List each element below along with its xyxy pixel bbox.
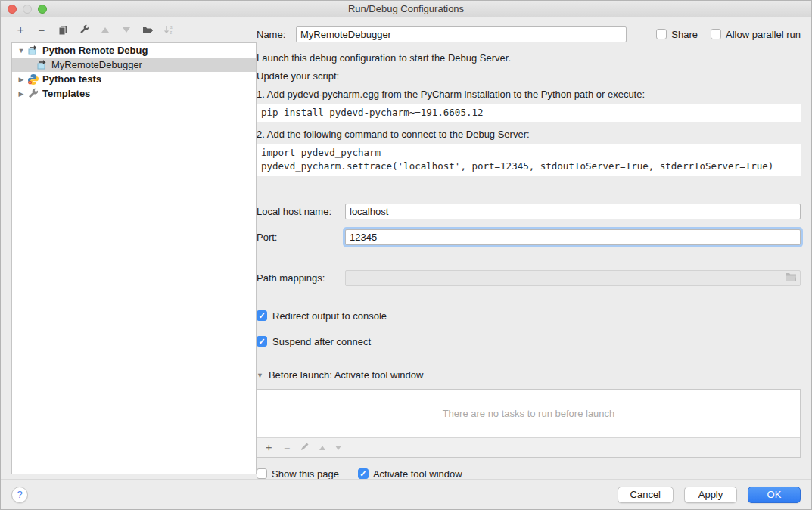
dialog-footer: ? Cancel Apply OK <box>1 479 811 509</box>
name-input[interactable] <box>296 26 627 42</box>
add-task-icon[interactable]: ＋ <box>263 441 274 455</box>
configurations-toolbar: ＋ − az <box>11 17 257 42</box>
name-label: Name: <box>257 29 296 40</box>
svg-text:a: a <box>170 24 173 30</box>
no-tasks-text: There are no tasks to run before launch <box>443 408 615 419</box>
remote-debug-icon <box>36 59 48 71</box>
allow-parallel-run-label: Allow parallel run <box>726 29 801 40</box>
before-launch-tasks-panel: There are no tasks to run before launch … <box>257 389 801 458</box>
port-label: Port: <box>257 232 345 243</box>
pip-command-code: pip install pydevd-pycharm~=191.6605.12 <box>257 104 801 122</box>
tree-item-label: MyRemoteDebugger <box>51 59 142 70</box>
code-line-2: pydevd_pycharm.settrace('localhost', por… <box>261 160 773 172</box>
step2-text: 2. Add the following command to connect … <box>257 129 801 140</box>
chevron-down-icon[interactable]: ▼ <box>17 47 26 54</box>
help-button[interactable]: ? <box>11 487 28 503</box>
redirect-output-label: Redirect output to console <box>272 310 387 322</box>
section-divider <box>429 375 801 375</box>
before-launch-section-header[interactable]: ▼ Before launch: Activate tool window <box>257 369 801 381</box>
local-host-name-label: Local host name: <box>257 206 345 217</box>
settrace-code-block: import pydevd_pycharmpydevd_pycharm.sett… <box>257 144 801 176</box>
step1-text: 1. Add pydevd-pycharm.egg from the PyCha… <box>257 89 801 100</box>
move-down-icon <box>120 24 132 36</box>
local-host-name-input[interactable] <box>345 204 801 219</box>
configurations-tree: ▼ Python Remote Debug MyRemoteDebugger ▶ <box>11 42 257 474</box>
remove-task-icon: − <box>284 442 290 454</box>
tree-item-label: Python tests <box>42 73 101 85</box>
cancel-button[interactable]: Cancel <box>618 487 674 503</box>
remote-debug-icon <box>27 45 39 57</box>
description-text: Launch this debug configuration to start… <box>257 52 801 64</box>
move-task-up-icon <box>319 446 325 450</box>
tree-item-myremotedebugger[interactable]: MyRemoteDebugger <box>12 58 256 72</box>
traffic-lights <box>8 5 47 14</box>
tasks-toolbar: ＋ − <box>257 437 800 457</box>
configuration-editor: Name: Share Allow parallel run Launch th… <box>257 17 811 479</box>
move-up-icon <box>99 24 111 36</box>
edit-task-icon <box>300 442 310 454</box>
sort-icon: az <box>163 24 175 36</box>
allow-parallel-run-checkbox[interactable] <box>711 29 721 39</box>
new-folder-icon[interactable] <box>142 24 154 36</box>
show-this-page-label: Show this page <box>272 468 339 480</box>
tree-item-label: Python Remote Debug <box>42 45 148 56</box>
update-script-text: Update your script: <box>257 70 801 82</box>
edit-defaults-icon[interactable] <box>78 24 90 36</box>
svg-text:z: z <box>170 30 172 35</box>
suspend-after-connect-checkbox-group[interactable]: Suspend after connect <box>257 335 801 347</box>
configurations-sidebar: ＋ − az ▼ <box>1 17 257 479</box>
folder-icon[interactable] <box>785 272 797 284</box>
tree-item-templates[interactable]: ▶ Templates <box>12 86 256 101</box>
suspend-after-connect-label: Suspend after connect <box>272 336 371 347</box>
minimize-window-button <box>23 5 32 14</box>
port-input[interactable] <box>345 229 801 245</box>
zoom-window-button[interactable] <box>38 5 47 14</box>
chevron-right-icon[interactable]: ▶ <box>17 76 26 83</box>
move-task-down-icon <box>335 446 341 450</box>
show-this-page-checkbox[interactable] <box>257 468 267 479</box>
before-launch-label: Before launch: Activate tool window <box>269 369 424 381</box>
tree-item-label: Templates <box>42 88 90 99</box>
remove-icon[interactable]: − <box>36 24 48 36</box>
allow-parallel-run-checkbox-group[interactable]: Allow parallel run <box>711 29 801 40</box>
window-title: Run/Debug Configurations <box>1 3 811 14</box>
tree-item-python-tests[interactable]: ▶ Python tests <box>12 72 256 86</box>
code-line-1: import pydevd_pycharm <box>261 147 381 158</box>
tree-item-python-remote-debug[interactable]: ▼ Python Remote Debug <box>12 43 256 58</box>
python-icon <box>27 73 39 86</box>
activate-tool-window-label: Activate tool window <box>373 468 462 480</box>
share-checkbox[interactable] <box>656 29 667 39</box>
share-checkbox-group[interactable]: Share <box>656 29 698 40</box>
redirect-output-checkbox[interactable] <box>257 310 267 321</box>
apply-button[interactable]: Apply <box>684 487 737 503</box>
chevron-down-icon[interactable]: ▼ <box>257 372 263 379</box>
activate-tool-window-checkbox-group[interactable]: Activate tool window <box>358 468 462 480</box>
show-this-page-checkbox-group[interactable]: Show this page <box>257 468 339 480</box>
add-icon[interactable]: ＋ <box>14 24 26 36</box>
close-window-button[interactable] <box>8 5 17 14</box>
run-debug-configurations-dialog: Run/Debug Configurations ＋ − az <box>0 0 812 510</box>
copy-icon[interactable] <box>57 24 69 36</box>
wrench-icon <box>27 88 39 100</box>
path-mappings-field[interactable] <box>345 270 801 286</box>
suspend-after-connect-checkbox[interactable] <box>257 336 267 347</box>
share-label: Share <box>671 29 698 40</box>
redirect-output-checkbox-group[interactable]: Redirect output to console <box>257 309 801 322</box>
path-mappings-label: Path mappings: <box>257 272 345 284</box>
titlebar: Run/Debug Configurations <box>1 1 811 17</box>
chevron-right-icon[interactable]: ▶ <box>17 90 26 98</box>
activate-tool-window-checkbox[interactable] <box>358 468 369 479</box>
tasks-list[interactable]: There are no tasks to run before launch <box>257 390 800 437</box>
ok-button[interactable]: OK <box>748 487 801 503</box>
